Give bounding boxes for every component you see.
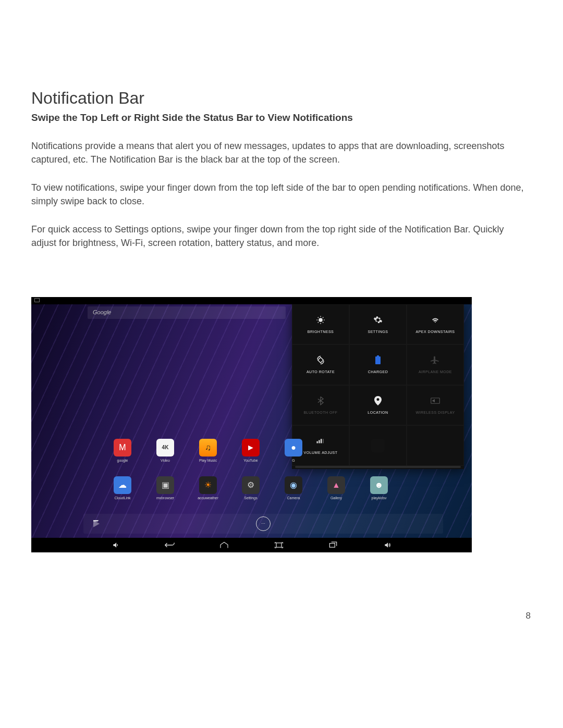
qs-tile-label: LOCATION [368,411,388,414]
paragraph-1: Notifications provide a means that alert… [31,139,527,166]
rotate-icon [316,355,325,365]
qs-tile-label: CHARGED [368,370,388,374]
app-icon: ⚙ [242,476,260,494]
paragraph-2: To view notifications, swipe your finger… [31,181,527,208]
svg-rect-9 [276,542,282,547]
app-g[interactable]: ●G [283,439,304,462]
tablet-screenshot: Google BRIGHTNESSSETTINGSAPEX DOWNSTAIRS… [31,297,472,552]
play-store-icon[interactable] [91,518,102,529]
app-video[interactable]: 4KVideo [155,439,176,462]
qs-tile-label: VOLUME ADJUST [304,451,338,454]
app-icon: ▣ [156,476,174,494]
svg-point-0 [319,318,322,322]
app-label: Video [161,459,170,462]
status-bar [31,297,472,304]
google-search-bar[interactable]: Google [88,306,286,319]
app-label: playkidsv [372,496,387,500]
app-accuweather[interactable]: ☀accuweather [198,476,218,500]
page-heading: Notification Bar [31,89,532,108]
svg-rect-1 [318,357,324,363]
qs-tile-empty [407,425,464,466]
settings-icon [373,315,383,325]
app-label: Play Music [199,459,217,462]
page-subheading: Swipe the Top Left or Right Side the Sta… [31,112,532,124]
qs-tile-label: WIRELESS DISPLAY [415,411,455,414]
volume-icon [316,436,325,446]
brightness-icon [316,315,325,325]
app-icon: ► [242,439,260,456]
app-label: mxbrowser [156,496,174,500]
app-gallery[interactable]: ▲Gallery [326,476,347,500]
paragraph-3: For quick access to Settings options, sw… [31,223,527,250]
app-label: google [117,459,128,462]
app-playkidsv[interactable]: ☻playkidsv [369,476,389,500]
app-label: Gallery [331,496,342,500]
app-label: G [292,459,295,462]
svg-rect-5 [317,441,318,443]
app-settings[interactable]: ⚙Settings [240,476,261,500]
qs-tile-rotate[interactable]: AUTO ROTATE [292,344,349,385]
qs-tile-battery[interactable]: CHARGED [349,344,407,385]
home-button[interactable] [216,540,232,550]
app-cloudlink[interactable]: ☁CloudLink [112,476,133,500]
app-google[interactable]: Mgoogle [112,439,133,462]
panel-handle[interactable] [295,466,461,468]
app-icon: ☻ [370,476,388,494]
svg-rect-2 [375,356,381,364]
svg-rect-10 [329,543,335,547]
qs-tile-wifi[interactable]: APEX DOWNSTAIRS [407,304,464,345]
navigation-bar [31,538,472,552]
app-label: Settings [244,496,257,500]
airplane-icon [431,355,440,365]
app-camera[interactable]: ◉Camera [283,476,304,500]
app-icon: ▲ [327,476,345,494]
qs-tile-label: APEX DOWNSTAIRS [415,330,455,334]
page-number: 8 [526,611,531,621]
app-drawer-glyph: ⋯ [261,521,266,526]
app-icon: ● [285,439,302,456]
status-icon [34,298,40,302]
qs-tile-location[interactable]: LOCATION [349,385,407,426]
bluetooth-icon [316,396,325,405]
recents-button[interactable] [325,540,341,550]
qs-tile-cast[interactable]: WIRELESS DISPLAY [407,385,464,426]
location-icon [373,396,383,405]
qs-tile-label: BRIGHTNESS [308,330,334,334]
app-label: CloudLink [114,496,130,500]
qs-tile-label: BLUETOOTH OFF [303,411,337,414]
svg-rect-7 [321,439,322,443]
wifi-icon [431,315,440,325]
svg-rect-3 [377,355,379,356]
svg-rect-8 [323,439,324,443]
app-icon: ☀ [199,476,217,494]
qs-tile-airplane[interactable]: AIRPLANE MODE [407,344,464,385]
app-label: accuweather [198,496,218,500]
app-label: YouTube [243,459,258,462]
screenshot-button[interactable] [271,540,287,550]
app-youtube[interactable]: ►YouTube [240,439,261,462]
app-icon: ◉ [285,476,302,494]
qs-tile-label: SETTINGS [368,330,388,334]
qs-tile-empty [349,425,407,466]
back-button[interactable] [162,540,178,550]
app-label: Camera [287,496,300,500]
app-play-music[interactable]: ♫Play Music [198,439,218,462]
dock: ⋯ [83,514,443,534]
battery-icon [373,355,383,365]
wallpaper: Google BRIGHTNESSSETTINGSAPEX DOWNSTAIRS… [31,304,472,538]
cast-icon [431,396,440,405]
quick-settings-panel: BRIGHTNESSSETTINGSAPEX DOWNSTAIRSAUTO RO… [292,304,464,469]
qs-tile-label: AUTO ROTATE [307,370,335,374]
svg-rect-6 [319,440,320,443]
volume-down-button[interactable] [108,540,124,550]
qs-tile-bluetooth[interactable]: BLUETOOTH OFF [292,385,349,426]
app-icon: ☁ [114,476,131,494]
app-icon: M [114,439,131,456]
qs-tile-brightness[interactable]: BRIGHTNESS [292,304,349,345]
qs-tile-label: AIRPLANE MODE [419,370,452,374]
app-drawer-button[interactable]: ⋯ [256,516,271,531]
app-mxbrowser[interactable]: ▣mxbrowser [155,476,176,500]
volume-up-button[interactable] [380,540,395,550]
qs-tile-settings[interactable]: SETTINGS [349,304,407,345]
app-icon: 4K [156,439,174,456]
